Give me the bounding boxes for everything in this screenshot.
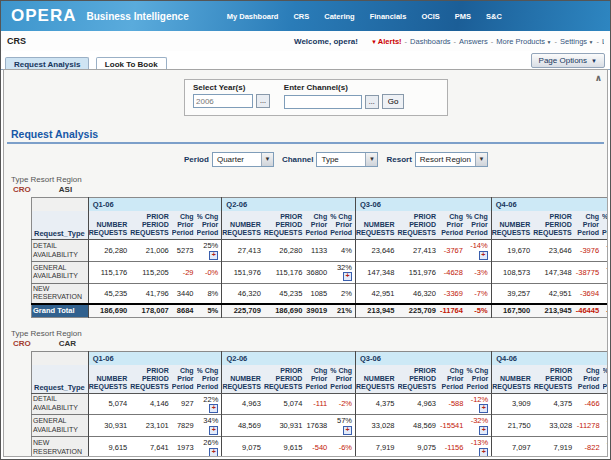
row-label: GENERAL AVAILABILITY (32, 415, 89, 437)
column-header: PRIOR PERIOD REQUESTS (534, 365, 576, 394)
group-by-label: Type Resort Region (11, 329, 607, 338)
cell-number-requests: 21,750 (492, 415, 534, 437)
link-log-out[interactable]: Log Out (602, 37, 604, 46)
quarter-header: Q2-06 (222, 198, 356, 212)
quarter-header: Q4-06 (492, 351, 608, 365)
link-separator: - (596, 37, 599, 46)
channel-input[interactable] (284, 95, 362, 109)
cell-pct-chg-prior-period: -26%+ (602, 261, 608, 283)
drill-expand-icon[interactable]: + (209, 426, 218, 435)
alerts-link[interactable]: ▼Alerts! (371, 37, 402, 46)
corner-cell (32, 351, 89, 365)
link-more-products[interactable]: More Products ▼ (496, 37, 551, 46)
period-label: Period (184, 155, 209, 164)
nav-item-my-dashboard[interactable]: My Dashboard (227, 12, 279, 21)
column-header: PRIOR PERIOD REQUESTS (533, 211, 575, 240)
cell-number-requests: 167,500 (491, 304, 533, 317)
region-section-car: Type Resort RegionCROCARQ1-06Q2-06Q3-06Q… (4, 329, 607, 457)
row-label: NEW RESERVATION (32, 437, 89, 457)
nav-item-financials[interactable]: Financials (370, 12, 407, 21)
nav-item-s-c[interactable]: S&C (486, 12, 502, 21)
select-resort[interactable]: Resort Region▼ (415, 152, 488, 167)
column-header: PRIOR PERIOD REQUESTS (264, 211, 306, 240)
tables-area: Type Resort RegionCROASIQ1-06Q2-06Q3-06Q… (4, 175, 607, 457)
year-picker-button[interactable]: ... (256, 94, 270, 108)
nav-item-crs[interactable]: CRS (293, 12, 309, 21)
table-row: DETAIL AVAILABILITY26,28021,006527325%+2… (32, 240, 609, 262)
quarter-header: Q1-06 (88, 198, 222, 212)
nav-item-pms[interactable]: PMS (455, 12, 471, 21)
pct-value: 34% (203, 416, 218, 425)
year-filter-label: Select Year(s) (193, 83, 270, 92)
pct-value: 25% (203, 241, 218, 250)
cell-pct-chg-prior-period: -14%+ (466, 240, 491, 262)
drill-expand-icon[interactable]: + (479, 404, 488, 413)
cell-chg-prior-period: -3767 (439, 240, 466, 262)
drill-expand-icon[interactable]: + (343, 272, 352, 281)
cell-number-requests: 4,963 (222, 393, 264, 415)
cell-chg-prior-period: -11764 (439, 304, 466, 317)
column-header: NUMBER REQUESTS (492, 365, 534, 394)
cell-chg-prior-period: -822 (575, 437, 602, 457)
drill-expand-icon[interactable]: + (479, 251, 488, 260)
row-label: DETAIL AVAILABILITY (32, 240, 89, 262)
select-period[interactable]: Quarter▼ (212, 152, 274, 167)
year-input[interactable] (193, 94, 253, 108)
table-row: GENERAL AVAILABILITY115,176115,205-29-0%… (32, 261, 609, 283)
drill-expand-icon[interactable]: + (209, 448, 218, 457)
cell-chg-prior-period: -15541 (439, 415, 466, 437)
page-options-label: Page Options (539, 56, 587, 65)
drill-expand-icon[interactable]: + (209, 251, 218, 260)
quarter-header: Q4-06 (491, 198, 608, 212)
go-button[interactable]: Go (382, 94, 405, 109)
cell-chg-prior-period: -38775 (575, 261, 602, 283)
report-title: Request Analysis (11, 128, 607, 140)
cell-number-requests: 108,573 (491, 261, 533, 283)
cell-number-requests: 9,615 (88, 437, 130, 457)
cell-prior-period-requests: 46,320 (397, 283, 439, 304)
cell-number-requests: 45,235 (88, 283, 130, 304)
cell-prior-period-requests: 7,919 (534, 437, 576, 457)
cell-pct-chg-prior-period: 22%+ (197, 393, 222, 415)
cell-pct-chg-prior-period: 57%+ (330, 415, 355, 437)
title-divider (7, 142, 604, 144)
link-dashboards[interactable]: Dashboards (410, 37, 450, 46)
collapse-section-icon[interactable]: ∧ (595, 73, 602, 83)
request-type-header: Request_Type (32, 365, 89, 394)
cell-number-requests: 115,176 (88, 261, 130, 283)
channel-filter-group: Enter Channel(s) ... Go (284, 83, 405, 109)
sub-header: CRS Welcome, opera! ▼Alerts!-Dashboards-… (1, 31, 610, 51)
cro-line: CROASI (13, 185, 607, 194)
cell-chg-prior-period: 8684 (172, 304, 197, 317)
drill-expand-icon[interactable]: + (479, 426, 488, 435)
cell-number-requests: 9,075 (222, 437, 264, 457)
cell-pct-chg-prior-period: 21% (330, 304, 355, 317)
cell-prior-period-requests: 4,375 (534, 393, 576, 415)
nav-item-ocis[interactable]: OCIS (421, 12, 439, 21)
drill-expand-icon[interactable]: + (479, 448, 488, 457)
row-label: Grand Total (32, 304, 89, 317)
drill-expand-icon[interactable]: + (209, 404, 218, 413)
channel-picker-button[interactable]: ... (365, 95, 379, 109)
table-row: DETAIL AVAILABILITY5,0744,14692722%+4,96… (32, 393, 609, 415)
row-label: DETAIL AVAILABILITY (32, 393, 89, 415)
cell-prior-period-requests: 41,796 (130, 283, 172, 304)
cell-prior-period-requests: 115,205 (130, 261, 172, 283)
cell-chg-prior-period: 17638 (305, 415, 330, 437)
link-separator: - (454, 37, 457, 46)
page-options-button[interactable]: Page Options ▼ (531, 53, 605, 68)
select-channel[interactable]: Type▼ (316, 152, 378, 167)
cell-pct-chg-prior-period: 2% (330, 283, 355, 304)
column-header: Chg Prior Period (439, 211, 466, 240)
column-header: PRIOR PERIOD REQUESTS (397, 211, 439, 240)
drill-expand-icon[interactable]: + (343, 426, 352, 435)
cell-pct-chg-prior-period: 5% (197, 304, 222, 317)
cell-number-requests: 46,320 (222, 283, 264, 304)
nav-item-catering[interactable]: Catering (324, 12, 354, 21)
cell-prior-period-requests: 7,641 (130, 437, 172, 457)
cell-prior-period-requests: 42,951 (533, 283, 575, 304)
link-answers[interactable]: Answers (459, 37, 488, 46)
cell-prior-period-requests: 26,280 (264, 240, 306, 262)
link-settings[interactable]: Settings ▼ (560, 37, 593, 46)
cell-pct-chg-prior-period: -13%+ (466, 437, 491, 457)
